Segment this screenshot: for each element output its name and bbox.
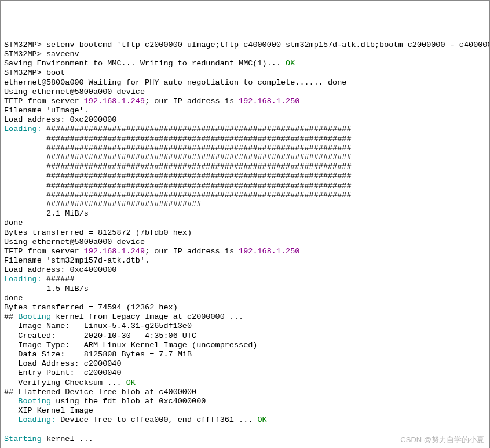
tftp-line: TFTP from server [4, 247, 84, 256]
start-rest: kernel ... [42, 435, 93, 443]
using-eth: Using ethernet@5800a000 device [4, 238, 145, 246]
image-type: Image Type: ARM Linux Kernel Image (unco… [4, 341, 257, 349]
created: Created: 2020-10-30 4:35:06 UTC [4, 332, 196, 340]
terminal-output: STM32MP> setenv bootcmd 'tftp c2000000 u… [4, 41, 486, 448]
hash-row: ###### [46, 275, 75, 283]
ok-text: OK [257, 416, 266, 424]
hash-row: ########################################… [46, 191, 352, 199]
cmd-setenv: setenv bootcmd 'tftp c2000000 uImage;tft… [46, 41, 490, 49]
bytes1: Bytes transferred = 8125872 (7bfdb0 hex) [4, 228, 192, 237]
hh: ## [4, 388, 18, 396]
hh: ## [4, 312, 18, 321]
client-ip: 192.168.1.250 [239, 97, 299, 105]
fdt-boot-rest: using the fdt blob at 0xc4000000 [51, 397, 206, 406]
booting-kw: Booting [18, 397, 51, 406]
prompt: STM32MP> [4, 41, 42, 49]
server-ip: 192.168.1.249 [84, 97, 145, 105]
hash-row: ########################################… [46, 144, 352, 152]
boot-kernel-rest: kernel from Legacy Image at c2000000 ... [51, 312, 243, 321]
loading-kw: Loading: [18, 416, 56, 424]
loading-kw: Loading: [4, 275, 42, 283]
image-name: Image Name: Linux-5.4.31-g265df13e0 [4, 322, 192, 330]
done: done [4, 218, 23, 227]
entry-point: Entry Point: c2000040 [4, 369, 122, 377]
prompt: STM32MP> [4, 50, 42, 59]
speed1: 2.1 MiB/s [46, 209, 89, 218]
verify-pre: Verifying Checksum ... [4, 378, 126, 387]
client-ip: 192.168.1.250 [239, 247, 299, 256]
booting-kw: Booting [18, 312, 51, 321]
filename1: Filename 'uImage'. [4, 106, 89, 115]
using-eth: Using ethernet@5800a000 device [4, 88, 145, 96]
filename2: Filename 'stm32mp157d-atk.dtb'. [4, 256, 149, 265]
prompt: STM32MP> [4, 68, 42, 77]
hash-row: ########################################… [46, 153, 352, 162]
server-ip: 192.168.1.249 [84, 247, 145, 256]
cmd-saveenv: saveenv [46, 50, 79, 59]
starting-kw: Starting [4, 435, 42, 443]
save-env-msg: Saving Environment to MMC... Writing to … [4, 59, 286, 68]
xip: XIP Kernel Image [4, 406, 93, 415]
hash-row: ########################################… [46, 134, 352, 143]
done: done [4, 294, 23, 303]
load-addr2: Load address: 0xc4000000 [4, 265, 116, 274]
fdt-rest: Flattened Device Tree blob at c4000000 [18, 388, 196, 396]
cmd-boot: boot [46, 68, 65, 77]
hash-row: ########################################… [46, 181, 352, 190]
hash-row: ########################################… [46, 172, 352, 180]
tftp-line: TFTP from server [4, 97, 84, 105]
hash-row: ################################# [46, 200, 201, 209]
ok-text: OK [286, 59, 295, 68]
phy-wait: ethernet@5800a000 Waiting for PHY auto n… [4, 78, 346, 87]
bytes2: Bytes transferred = 74594 (12362 hex) [4, 303, 178, 312]
hash-row: ########################################… [46, 162, 352, 171]
ok-text: OK [126, 378, 136, 387]
data-size: Data Size: 8125808 Bytes = 7.7 MiB [4, 350, 192, 359]
load-address: Load Address: c2000040 [4, 359, 122, 368]
speed2: 1.5 MiB/s [46, 285, 89, 293]
load-addr1: Load address: 0xc2000000 [4, 115, 116, 124]
loading-kw: Loading: [4, 125, 42, 133]
load-dt-rest: Device Tree to cffea000, end cffff361 ..… [56, 416, 257, 424]
hash-row: ########################################… [46, 125, 352, 133]
